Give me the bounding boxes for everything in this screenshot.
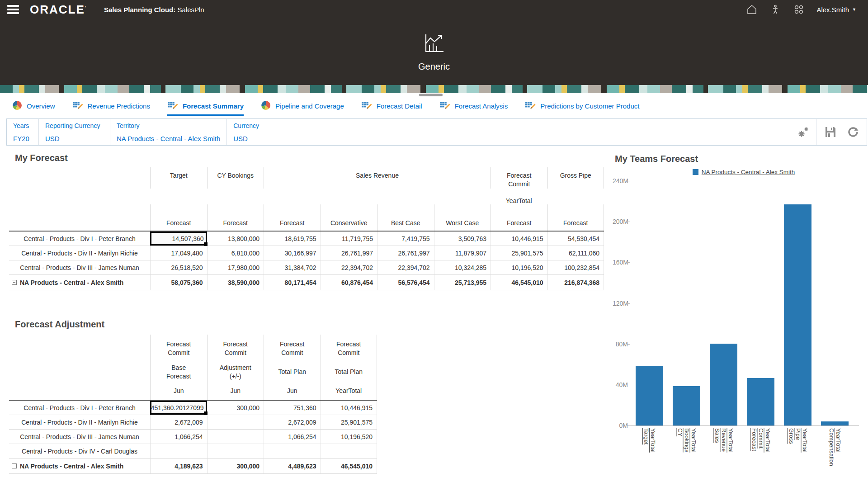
data-cell[interactable]: 300,000: [207, 459, 264, 473]
data-cell[interactable]: 1,066,254: [150, 430, 207, 444]
x-axis-label-line[interactable]: YearTotal: [690, 428, 697, 453]
data-cell[interactable]: 22,394,702: [321, 260, 377, 274]
tab-forecast-detail[interactable]: Forecast Detail: [361, 100, 422, 116]
x-axis-label-line[interactable]: CY: [677, 428, 683, 453]
x-axis-label-line[interactable]: YearTotal: [764, 428, 771, 453]
data-cell[interactable]: 4,489,623: [264, 459, 321, 473]
data-cell[interactable]: 22,394,702: [377, 260, 434, 274]
data-cell[interactable]: 31,384,702: [264, 260, 321, 274]
data-cell[interactable]: 18,619,755: [264, 232, 321, 246]
data-cell[interactable]: 300,000: [207, 401, 264, 415]
data-cell[interactable]: 26,761,997: [377, 246, 434, 260]
data-cell[interactable]: [207, 415, 264, 429]
data-cell[interactable]: 1,066,254: [264, 430, 321, 444]
x-axis-label-line[interactable]: Sales: [714, 428, 720, 453]
tab-predictions-by-customer-product[interactable]: Predictions by Customer Product: [525, 100, 639, 116]
x-axis-label-line[interactable]: Commit: [758, 428, 764, 453]
data-cell[interactable]: [150, 444, 207, 458]
tab-forecast-summary[interactable]: Forecast Summary: [167, 100, 244, 116]
pov-item-years[interactable]: YearsFY20: [7, 119, 39, 145]
data-cell[interactable]: 46,545,010: [491, 275, 547, 290]
data-cell[interactable]: 30,166,997: [264, 246, 321, 260]
bar-target-yeartotal[interactable]: [636, 366, 663, 426]
data-cell[interactable]: 26,518,520: [150, 260, 207, 274]
tab-revenue-predictions[interactable]: Revenue Predictions: [72, 100, 150, 116]
data-cell[interactable]: 100,232,854: [547, 260, 604, 274]
bar-compensation-yeartotal[interactable]: [821, 421, 849, 426]
hamburger-menu-icon[interactable]: [7, 5, 19, 14]
data-cell[interactable]: 80,171,454: [264, 275, 321, 290]
tab-overview[interactable]: Overview: [12, 100, 55, 116]
data-cell[interactable]: [264, 444, 321, 458]
x-axis-label-line[interactable]: Pipe: [795, 428, 801, 453]
data-cell[interactable]: 60,876,454: [321, 275, 377, 290]
collapse-icon[interactable]: [12, 280, 17, 285]
bar-cy-bookings-yeartotal[interactable]: [673, 386, 700, 426]
data-cell[interactable]: 11,719,755: [321, 232, 377, 246]
x-axis-label-line[interactable]: Forecast: [751, 428, 757, 453]
data-cell[interactable]: 26,761,997: [321, 246, 377, 260]
x-axis-label-line[interactable]: YearTotal: [835, 428, 841, 466]
pov-item-reporting-currency[interactable]: Reporting CurrencyUSD: [39, 119, 110, 145]
x-axis-label-line[interactable]: Revenue: [721, 428, 727, 453]
data-cell[interactable]: 14,507,360: [150, 232, 207, 246]
x-axis-label-line[interactable]: Compensation: [828, 428, 835, 466]
data-cell[interactable]: 3,509,763: [434, 232, 491, 246]
person-icon[interactable]: [769, 4, 781, 15]
data-cell[interactable]: 216,874,368: [547, 275, 604, 290]
x-axis-label-line[interactable]: Bookings: [684, 428, 690, 453]
settings-gears-icon[interactable]: [797, 125, 810, 139]
data-cell[interactable]: 10,446,915: [491, 232, 547, 246]
pov-bar: YearsFY20Reporting CurrencyUSDTerritoryN…: [6, 118, 867, 146]
x-axis-label-line[interactable]: Gross: [788, 428, 794, 453]
data-cell[interactable]: 17,049,480: [150, 246, 207, 260]
user-menu[interactable]: Alex.Smith ▼: [816, 6, 856, 14]
home-icon[interactable]: [746, 4, 758, 15]
data-cell[interactable]: 2,672,009: [150, 415, 207, 429]
x-axis-label-line[interactable]: Target: [643, 428, 649, 453]
fa-col-2: ForecastCommitTotal PlanJun: [264, 335, 321, 400]
data-cell[interactable]: 58,075,360: [150, 275, 207, 290]
data-cell[interactable]: 451,360.20127099: [150, 401, 207, 415]
data-cell[interactable]: 10,196,520: [321, 430, 377, 444]
data-cell[interactable]: 25,901,575: [321, 415, 377, 429]
data-cell[interactable]: 6,810,000: [207, 246, 264, 260]
bar-gross-pipe-yeartotal[interactable]: [784, 204, 811, 426]
data-cell[interactable]: [207, 430, 264, 444]
pov-item-currency[interactable]: CurrencyUSD: [227, 119, 281, 145]
data-cell[interactable]: 54,530,454: [547, 232, 604, 246]
fa-col-1: ForecastCommitAdjustment(+/-)Jun: [207, 335, 264, 400]
data-cell[interactable]: 10,446,915: [321, 401, 377, 415]
data-cell[interactable]: [207, 444, 264, 458]
data-cell[interactable]: 25,713,955: [434, 275, 491, 290]
data-cell[interactable]: 38,590,000: [207, 275, 264, 290]
pov-item-territory[interactable]: TerritoryNA Products - Central - Alex Sm…: [110, 119, 227, 145]
tab-forecast-analysis[interactable]: Forecast Analysis: [439, 100, 508, 116]
data-cell[interactable]: [321, 444, 377, 458]
data-cell[interactable]: 13,800,000: [207, 232, 264, 246]
data-cell[interactable]: 4,189,623: [150, 459, 207, 473]
data-cell[interactable]: 11,879,907: [434, 246, 491, 260]
banner-drag-handle[interactable]: [419, 94, 443, 96]
data-cell[interactable]: 2,672,009: [264, 415, 321, 429]
bar-sales-revenue-yeartotal[interactable]: [710, 344, 737, 426]
data-cell[interactable]: 25,901,575: [491, 246, 547, 260]
navigator-grid-icon[interactable]: [793, 4, 805, 15]
tab-pipeline-and-coverage[interactable]: Pipeline and Coverage: [261, 100, 344, 116]
data-cell[interactable]: 17,980,000: [207, 260, 264, 274]
x-axis-label-line[interactable]: YearTotal: [650, 428, 656, 453]
collapse-icon[interactable]: [12, 463, 17, 468]
x-axis-label-line[interactable]: YearTotal: [802, 428, 808, 453]
data-cell[interactable]: 46,545,010: [321, 459, 377, 473]
bar-forecast-commit-yeartotal[interactable]: [747, 378, 774, 426]
sheet-pencil-icon: [439, 100, 450, 110]
x-axis-label-line[interactable]: YearTotal: [727, 428, 734, 453]
data-cell[interactable]: 751,360: [264, 401, 321, 415]
data-cell[interactable]: 62,111,060: [547, 246, 604, 260]
data-cell[interactable]: 10,324,285: [434, 260, 491, 274]
data-cell[interactable]: 7,419,755: [377, 232, 434, 246]
data-cell[interactable]: 10,196,520: [491, 260, 547, 274]
save-icon[interactable]: [824, 126, 837, 138]
data-cell[interactable]: 56,576,454: [377, 275, 434, 290]
refresh-icon[interactable]: [847, 126, 859, 138]
